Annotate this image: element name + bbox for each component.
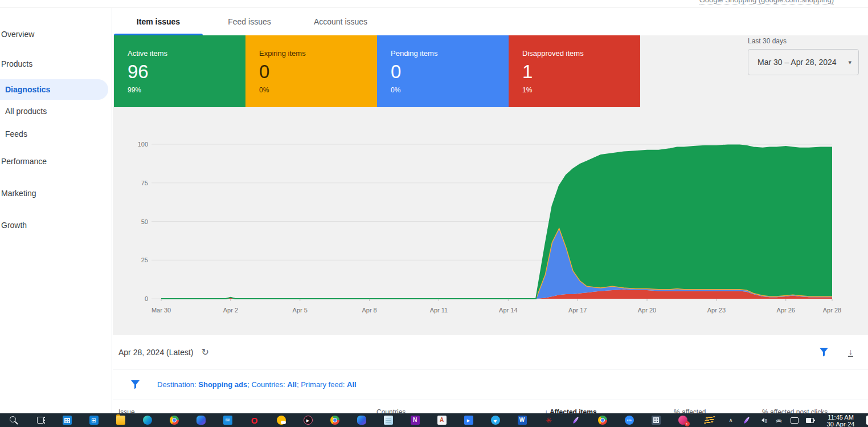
card-percent: 0% <box>391 86 509 94</box>
media-player-icon[interactable]: ▶ <box>304 416 313 425</box>
filter-segment: All <box>347 380 357 389</box>
date-range-select[interactable]: Mar 30 – Apr 28, 2024 ▾ <box>748 49 859 75</box>
sidebar-item-all-products[interactable]: All products <box>0 100 112 123</box>
issues-tabs: Item issuesFeed issuesAccount issues <box>113 8 868 35</box>
card-label: Expiring items <box>259 49 377 58</box>
sidebar-item-feeds[interactable]: Feeds <box>0 123 112 145</box>
card-value: 0 <box>259 62 377 81</box>
filter-segment: All <box>287 380 297 389</box>
tab-item-issues[interactable]: Item issues <box>113 8 204 35</box>
svg-text:Apr 8: Apr 8 <box>362 307 376 314</box>
office-icon[interactable] <box>196 416 206 425</box>
top-header-strip: Google Shopping (google.com.shopping) <box>0 0 868 7</box>
filter-chips-text[interactable]: Destination: Shopping ads; Countries: Al… <box>157 380 357 389</box>
telegram-icon[interactable]: ▶ <box>491 416 500 425</box>
snapshot-date-row: Apr 28, 2024 (Latest) ↻ ↓ <box>113 335 868 369</box>
stacked-area-chart[interactable]: 0255075100Mar 30Apr 2Apr 5Apr 8Apr 11Apr… <box>113 137 868 325</box>
items-status-chart[interactable]: 0255075100Mar 30Apr 2Apr 5Apr 8Apr 11Apr… <box>113 137 868 325</box>
card-label: Pending items <box>391 49 509 58</box>
svg-text:100: 100 <box>138 141 148 148</box>
task-view-icon[interactable] <box>36 416 45 425</box>
notification-badge: 1 <box>685 421 690 426</box>
summary-cards: Active items9699%Expiring items00%Pendin… <box>114 35 640 107</box>
calculator-icon[interactable] <box>652 416 661 425</box>
mail-icon[interactable]: ✉ <box>223 416 232 425</box>
svg-text:0: 0 <box>145 295 148 302</box>
svg-text:Apr 17: Apr 17 <box>568 307 587 314</box>
card-value: 0 <box>391 62 509 81</box>
sidebar-nav: OverviewProductsDiagnosticsAll productsF… <box>0 8 112 413</box>
sidebar-item-performance[interactable]: Performance <box>0 150 112 173</box>
main-content: Item issuesFeed issuesAccount issues Act… <box>113 8 868 413</box>
filter-segment: ; Countries: <box>247 380 287 389</box>
card-value: 1 <box>522 62 640 81</box>
pink-badge-icon[interactable]: 1 <box>678 416 687 425</box>
svg-text:Apr 14: Apr 14 <box>499 307 517 314</box>
chrome-profile-icon[interactable] <box>330 416 339 425</box>
opera-icon[interactable]: O <box>250 416 259 425</box>
date-range-label: Last 30 days <box>748 37 859 45</box>
card-percent: 0% <box>259 86 377 94</box>
chrome-icon[interactable] <box>170 416 179 425</box>
copilot-icon[interactable] <box>357 416 366 425</box>
calendar-icon[interactable] <box>63 416 72 425</box>
active-filters-row: Destination: Shopping ads; Countries: Al… <box>113 369 868 400</box>
filter-segment: Destination: <box>157 380 198 389</box>
feather-icon[interactable] <box>571 416 580 425</box>
merchant-center-diagnostics-page: Google Shopping (google.com.shopping) Ov… <box>0 0 868 427</box>
card-label: Active items <box>128 49 245 58</box>
camera-icon[interactable] <box>790 416 799 425</box>
date-range-filter: Last 30 days Mar 30 – Apr 28, 2024 ▾ <box>748 37 859 75</box>
card-pending-items[interactable]: Pending items00% <box>377 35 509 107</box>
filter-segment: Shopping ads <box>198 380 247 389</box>
filter-funnel-icon[interactable] <box>130 380 140 389</box>
svg-text:Apr 5: Apr 5 <box>293 307 308 314</box>
sidebar-item-products[interactable]: Products <box>0 52 112 75</box>
windows-taskbar: ⊞✉O▶NA▶▶W✳zm1∧(((11:45 AM30-Apr-24 <box>0 413 868 427</box>
sidebar-item-diagnostics[interactable]: Diagnostics <box>0 79 108 100</box>
card-value: 96 <box>128 62 245 81</box>
movies-tv-icon[interactable]: ▶ <box>464 416 473 425</box>
battery-icon[interactable] <box>806 416 815 425</box>
filter-segment: ; Primary feed: <box>297 380 347 389</box>
wordpad-icon[interactable]: A <box>437 416 447 425</box>
onenote-icon[interactable]: N <box>411 416 420 425</box>
store-icon[interactable]: ⊞ <box>89 416 99 425</box>
tray-chevron-up-icon[interactable]: ∧ <box>726 416 735 425</box>
gold-swoosh-icon[interactable] <box>705 416 714 425</box>
svg-text:25: 25 <box>141 257 148 263</box>
card-expiring-items[interactable]: Expiring items00% <box>245 35 377 107</box>
tab-account-issues[interactable]: Account issues <box>295 8 386 35</box>
word-icon[interactable]: W <box>518 416 527 425</box>
network-icon[interactable]: ((( <box>774 416 783 425</box>
tray-feather-icon[interactable] <box>742 416 751 425</box>
filter-icon[interactable] <box>819 347 829 357</box>
card-percent: 99% <box>128 86 245 94</box>
refresh-icon[interactable]: ↻ <box>202 347 209 357</box>
svg-text:Apr 23: Apr 23 <box>707 307 726 314</box>
svg-text:Apr 26: Apr 26 <box>777 307 795 314</box>
svg-text:Mar 30: Mar 30 <box>152 307 171 314</box>
account-switcher[interactable]: Google Shopping (google.com.shopping) <box>699 0 834 5</box>
svg-text:50: 50 <box>141 218 148 225</box>
search-icon[interactable] <box>9 416 18 425</box>
notepad-icon[interactable] <box>384 416 393 425</box>
download-icon[interactable]: ↓ <box>848 348 853 357</box>
file-explorer-icon[interactable] <box>116 416 125 425</box>
svg-text:Apr 20: Apr 20 <box>638 307 656 314</box>
card-disapproved-items[interactable]: Disapproved items11% <box>509 35 640 107</box>
edge-icon[interactable] <box>143 416 152 425</box>
tab-feed-issues[interactable]: Feed issues <box>204 8 295 35</box>
sidebar-item-marketing[interactable]: Marketing <box>0 182 112 205</box>
svg-text:Apr 28: Apr 28 <box>823 307 841 314</box>
svg-text:Apr 11: Apr 11 <box>430 307 448 314</box>
volume-icon[interactable] <box>758 416 767 425</box>
chrome-profile-2-icon[interactable] <box>598 416 607 425</box>
sidebar-item-overview[interactable]: Overview <box>0 23 112 46</box>
card-active-items[interactable]: Active items9699% <box>114 35 245 107</box>
weather-icon[interactable] <box>277 416 286 425</box>
taskbar-clock[interactable]: 11:45 AM30-Apr-24 <box>821 413 861 427</box>
zoom-icon[interactable]: zm <box>625 416 634 425</box>
sidebar-item-growth[interactable]: Growth <box>0 214 112 237</box>
red-logo-icon[interactable]: ✳ <box>544 416 554 425</box>
